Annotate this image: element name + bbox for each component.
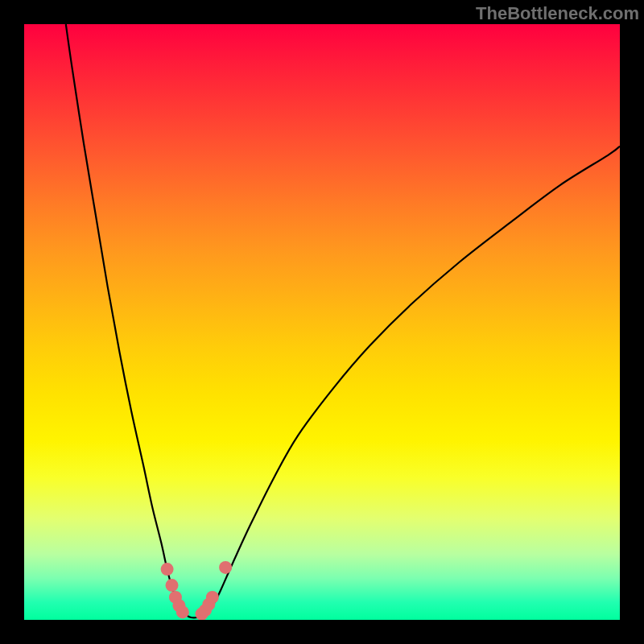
highlight-dot (206, 591, 219, 604)
watermark-text: TheBottleneck.com (476, 3, 639, 24)
curve-left-branch (66, 24, 185, 614)
highlight-dot (166, 579, 179, 592)
bottleneck-curve (24, 24, 620, 620)
curve-right-branch (203, 147, 620, 614)
chart-frame: TheBottleneck.com (0, 0, 644, 644)
highlight-dot (176, 605, 189, 618)
highlight-dot (219, 561, 232, 574)
highlight-dot (161, 563, 174, 576)
